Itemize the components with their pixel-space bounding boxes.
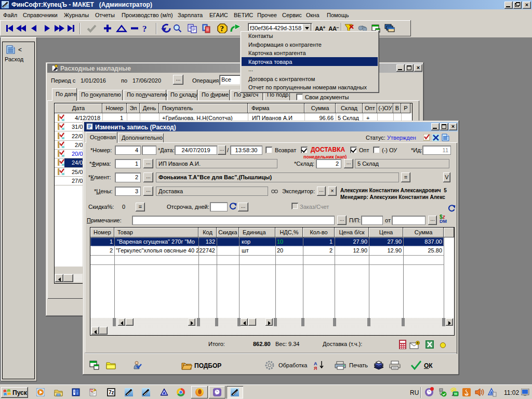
svg-text:PN: PN [90,389,94,392]
svg-text:?: ? [142,24,147,33]
svg-text:?: ? [220,24,224,33]
svg-text:7z: 7z [109,390,114,395]
